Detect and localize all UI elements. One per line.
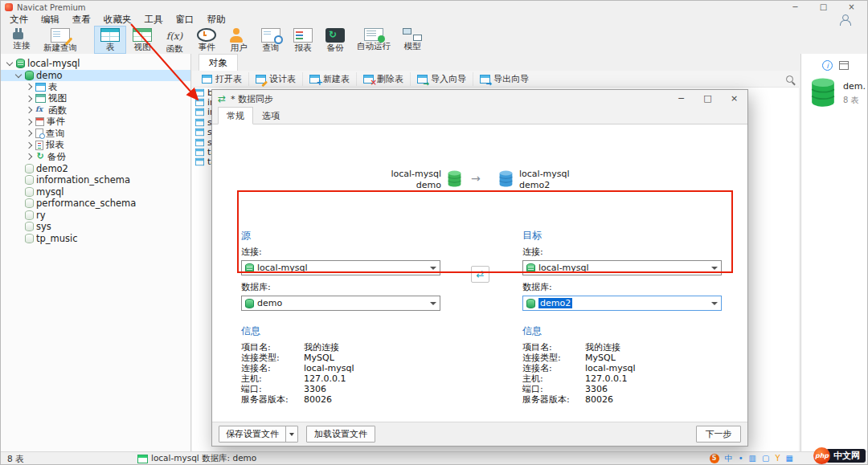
input-method-icon[interactable]: 中 <box>725 453 733 463</box>
toolbar-button[interactable]: 连接 <box>6 26 38 54</box>
toolbar-button[interactable]: 备份 <box>319 26 351 54</box>
menu-item[interactable]: 查看 <box>66 14 97 26</box>
source-connection-select[interactable]: local-mysql <box>241 260 440 275</box>
automation-big-icon <box>364 28 383 41</box>
tree-item[interactable]: 函数 <box>1 104 190 116</box>
database-icon <box>808 76 838 108</box>
tree-item[interactable]: 备份 <box>1 151 190 163</box>
toolbar-button[interactable]: 报表 <box>287 26 319 54</box>
panel-layout-icon[interactable] <box>839 61 849 70</box>
tree-chevron-icon[interactable] <box>14 211 23 219</box>
php-logo-icon[interactable]: S <box>710 454 719 463</box>
menu-item[interactable]: 工具 <box>138 14 170 26</box>
tree-chevron-icon[interactable] <box>14 188 23 196</box>
table-icon <box>137 455 148 463</box>
monitor-icon[interactable]: ▢ <box>762 453 769 463</box>
tree-chevron-icon[interactable] <box>6 59 14 67</box>
save-profile-button[interactable]: 保存设置文件 <box>219 426 298 443</box>
tree-item[interactable]: 事件 <box>1 116 190 128</box>
tree-item[interactable]: 表 <box>1 81 190 93</box>
tab-objects[interactable]: 对象 <box>199 54 238 71</box>
dialog-tab[interactable]: 选项 <box>253 107 289 124</box>
tree-item[interactable]: demo2 <box>1 163 190 175</box>
tree-item[interactable]: mysql <box>1 186 190 198</box>
tree-item[interactable]: ry <box>1 210 190 222</box>
object-toolbar-button[interactable]: 打开表 <box>195 72 248 86</box>
menu-item[interactable]: 帮助 <box>201 14 232 26</box>
tree-chevron-icon[interactable] <box>14 199 23 207</box>
wrench-icon[interactable]: Y <box>775 453 780 463</box>
table-icon <box>195 108 204 116</box>
object-toolbar-button[interactable]: 新建表 <box>302 72 356 86</box>
load-profile-button[interactable]: 加载设置文件 <box>306 426 375 443</box>
dialog-tab[interactable]: 常规 <box>218 107 253 124</box>
dialog-minimize-button[interactable]: − <box>668 90 694 107</box>
object-tab-strip: 对象 <box>192 54 799 71</box>
tree-item[interactable]: 报表 <box>1 140 190 152</box>
next-button[interactable]: 下一步 <box>696 426 741 443</box>
toolbar-button[interactable]: 事件 <box>190 26 223 54</box>
toolbar-button[interactable]: 模型 <box>396 26 428 54</box>
source-database-icon <box>446 169 463 188</box>
toolbar-button[interactable]: 用户 <box>223 26 255 54</box>
tree-chevron-icon[interactable] <box>14 222 23 230</box>
swap-source-target-button[interactable] <box>471 266 489 283</box>
tree-chevron-icon[interactable] <box>25 141 33 149</box>
close-button[interactable]: × <box>837 1 866 13</box>
tree-chevron-icon[interactable] <box>14 71 23 80</box>
import-wizard-icon <box>417 75 428 84</box>
tree-item[interactable]: 视图 <box>1 93 190 105</box>
toolbar-button[interactable]: 视图 <box>126 26 158 54</box>
tree-item[interactable]: sys <box>1 221 190 233</box>
tree-item[interactable]: 查询 <box>1 128 190 140</box>
info-row: 连接类型: MySQL <box>522 353 739 364</box>
toolbar-button[interactable]: 查询 <box>255 26 287 54</box>
search-icon[interactable] <box>786 75 793 83</box>
selected-object-count: 8 表 <box>843 95 859 106</box>
dialog-close-button[interactable]: × <box>721 90 747 107</box>
tree-chevron-icon[interactable] <box>14 235 23 243</box>
save-options-chevron-icon[interactable] <box>285 426 297 442</box>
tree-chevron-icon[interactable] <box>14 176 23 184</box>
object-toolbar-button[interactable]: 导出向导 <box>473 72 535 86</box>
tree-chevron-icon[interactable] <box>25 153 33 161</box>
target-database-select[interactable]: demo2 <box>522 296 722 311</box>
source-database-select[interactable]: demo <box>241 296 440 311</box>
tree-chevron-icon[interactable] <box>14 165 23 173</box>
tree-item[interactable]: local-mysql <box>1 58 190 70</box>
menu-item[interactable]: 收藏夹 <box>97 14 138 26</box>
object-toolbar-button[interactable]: 设计表 <box>248 72 302 86</box>
queries-icon <box>35 128 43 138</box>
toolbar-button[interactable]: 新建查询 <box>38 26 83 54</box>
toolbar-button[interactable]: 函数 <box>158 26 190 54</box>
tree-item[interactable]: demo <box>1 70 190 82</box>
tree-item[interactable]: tp_music <box>1 233 190 245</box>
connection-plug-icon[interactable]: • <box>739 453 743 463</box>
reports-icon <box>35 141 43 150</box>
tree-item[interactable]: information_schema <box>1 174 190 186</box>
tree-chevron-icon[interactable] <box>25 83 33 91</box>
tree-chevron-icon[interactable] <box>25 95 33 103</box>
keyboard-icon[interactable]: ▥ <box>749 453 756 463</box>
target-connection-select[interactable]: local-mysql <box>522 260 722 275</box>
grid-icon[interactable]: ▦ <box>786 453 793 463</box>
maximize-button[interactable]: □ <box>809 1 837 13</box>
object-toolbar-button[interactable]: 删除表 <box>356 72 410 86</box>
tree-item[interactable]: performance_schema <box>1 198 190 210</box>
info-row: 服务器版本: 80026 <box>522 395 739 406</box>
info-icon[interactable] <box>822 60 833 71</box>
toolbar-button[interactable]: 表 <box>94 26 126 54</box>
menu-item[interactable]: 窗口 <box>170 14 201 26</box>
source-info-title: 信息 <box>241 324 458 338</box>
dialog-maximize-button[interactable]: □ <box>694 90 721 107</box>
toolbar-button[interactable]: 自动运行 <box>351 26 396 54</box>
tree-chevron-icon[interactable] <box>25 129 33 137</box>
minimize-button[interactable]: − <box>781 1 809 13</box>
object-toolbar-button[interactable]: 导入向导 <box>410 72 473 86</box>
selected-object-name[interactable]: dem. <box>843 81 866 92</box>
dialog-titlebar[interactable]: * 数据同步 − □ × <box>212 90 747 108</box>
tree-chevron-icon[interactable] <box>25 106 33 114</box>
menu-item[interactable]: 文件 <box>3 14 35 26</box>
menu-item[interactable]: 编辑 <box>35 14 66 26</box>
tree-chevron-icon[interactable] <box>25 118 33 126</box>
